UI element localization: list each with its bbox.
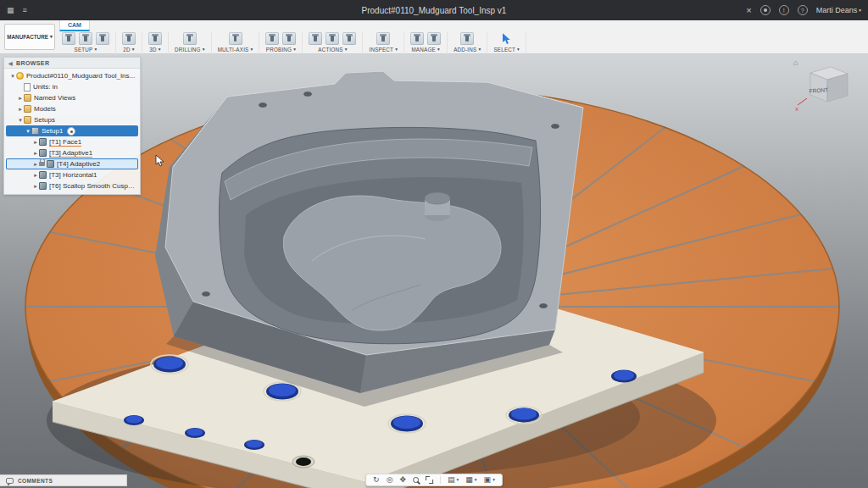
3d-milling-icon[interactable]: [148, 32, 162, 45]
browser-item-product-0110-mudguard-tool-ins[interactable]: ▾Product#0110_Mudguard Tool_Ins...: [6, 70, 138, 81]
simulate-icon[interactable]: [326, 32, 339, 45]
viewport[interactable]: ⌂ FRONT X ◀ BROWSER ▾Product#0110_Mudgua…: [0, 54, 868, 488]
disclosure-icon[interactable]: ▸: [17, 95, 24, 102]
toolbar-group-label[interactable]: MULTI-AXIS: [218, 47, 253, 53]
toolbar-group-label[interactable]: 3D: [148, 47, 162, 53]
browser-item-label[interactable]: [T3] Horizontal1: [49, 171, 97, 179]
browser-tree: ▾Product#0110_Mudguard Tool_Ins...Units:…: [4, 69, 140, 194]
select-icon[interactable]: [500, 32, 514, 45]
browser-item-setups[interactable]: ▾Setups: [6, 114, 138, 125]
home-icon[interactable]: ⌂: [793, 59, 798, 67]
browser-item-label[interactable]: [T4] Adaptive2: [57, 160, 100, 168]
look-at-icon[interactable]: ◎: [387, 476, 393, 484]
display-settings-icon[interactable]: ▤: [448, 476, 459, 484]
bolt-hole: [264, 382, 301, 401]
task-manager-icon[interactable]: [427, 32, 441, 45]
dropdown-caret-icon: [436, 47, 440, 53]
job-status-icon[interactable]: [760, 5, 771, 15]
browser-item-t3-adaptive1[interactable]: ▸[T3] Adaptive1: [6, 147, 138, 158]
toolbar-group-label[interactable]: SETUP: [62, 47, 109, 53]
fit-icon[interactable]: [426, 476, 433, 484]
add-ins-icon[interactable]: [460, 32, 474, 45]
bolt-hole: [151, 355, 188, 374]
titlebar: ▦ ≡ Product#0110_Mudguard Tool_Insp v1 ×…: [0, 0, 868, 20]
dropdown-caret-icon: [201, 47, 205, 53]
core-boss[interactable]: [425, 192, 450, 221]
browser-item-t4-adaptive2[interactable]: ▸[T4] Adaptive2: [6, 158, 138, 169]
browser-item-units-in[interactable]: Units: in: [6, 81, 138, 92]
disclosure-icon[interactable]: ▸: [17, 106, 24, 113]
toolbar-group-label[interactable]: DRILLING: [175, 47, 205, 53]
browser-header: ◀ BROWSER: [4, 58, 140, 69]
workspace-selector[interactable]: MANUFACTURE: [4, 24, 55, 50]
dropdown-caret-icon: [131, 47, 135, 53]
browser-item-label[interactable]: Setups: [34, 116, 55, 124]
part-alignment-icon[interactable]: [282, 32, 296, 45]
bolt-hole: [611, 370, 637, 383]
toolbar-group-label[interactable]: 2D: [122, 47, 136, 53]
zoom-icon[interactable]: [413, 477, 419, 483]
generate-icon[interactable]: [309, 32, 322, 45]
toolbar-group-2d: 2D: [116, 31, 142, 54]
browser-item-label[interactable]: Product#0110_Mudguard Tool_Ins...: [26, 72, 135, 80]
browser-item-label[interactable]: Named Views: [34, 94, 75, 102]
orbit-icon[interactable]: ↻: [373, 476, 380, 484]
new-folder-icon[interactable]: [96, 32, 109, 45]
browser-item-label[interactable]: [T3] Adaptive1: [49, 149, 92, 158]
disclosure-icon[interactable]: ▾: [9, 73, 16, 80]
visibility-eye-icon[interactable]: [67, 127, 75, 136]
toolbar-group-label[interactable]: MANAGE: [410, 47, 441, 53]
disclosure-icon[interactable]: ▸: [32, 139, 39, 146]
toolbar-group-label[interactable]: SELECT: [493, 47, 520, 53]
close-document-icon[interactable]: ×: [746, 6, 751, 15]
browser-item-t3-horizontal1[interactable]: ▸[T3] Horizontal1: [6, 169, 138, 180]
dropdown-caret-icon: [292, 47, 296, 53]
setup-sheet-icon[interactable]: [79, 32, 92, 45]
disclosure-icon[interactable]: ▸: [32, 150, 39, 157]
disclosure-icon[interactable]: ▸: [32, 161, 39, 168]
browser-item-named-views[interactable]: ▸Named Views: [6, 92, 138, 103]
help-icon[interactable]: ?: [798, 5, 808, 15]
user-menu[interactable]: Marti Deans: [816, 6, 861, 14]
browser-item-setup1[interactable]: ▾Setup1: [6, 125, 138, 136]
app-grid-icon[interactable]: ▦: [7, 7, 14, 14]
2d-milling-icon[interactable]: [122, 32, 136, 45]
probing-icon[interactable]: [265, 32, 279, 45]
tool-library-icon[interactable]: [410, 32, 424, 45]
collapse-browser-icon[interactable]: ◀: [8, 60, 13, 66]
tab-cam[interactable]: CAM: [59, 20, 90, 31]
browser-item-label[interactable]: Models: [34, 105, 56, 113]
bolt-hole: [506, 407, 542, 424]
toolbar-group-label[interactable]: ACTIONS: [309, 47, 356, 53]
post-process-icon[interactable]: [342, 32, 356, 45]
browser-item-label[interactable]: Setup1: [42, 127, 63, 135]
toolbar-group-label[interactable]: ADD-INS: [453, 47, 481, 53]
notification-icon[interactable]: !: [779, 5, 789, 15]
pan-icon[interactable]: ✥: [400, 476, 407, 484]
browser-item-models[interactable]: ▸Models: [6, 103, 138, 114]
viewports-icon[interactable]: ▣: [484, 476, 495, 484]
viewcube-cube[interactable]: FRONT X: [793, 59, 860, 114]
disclosure-icon[interactable]: ▸: [32, 183, 39, 190]
browser-item-label[interactable]: [T1] Face1: [49, 138, 81, 147]
toolbar-group-label[interactable]: PROBING: [265, 47, 296, 53]
disclosure-icon[interactable]: ▸: [32, 172, 39, 179]
browser-item-label[interactable]: [T6] Scallop Smooth Cusps Re...: [49, 182, 136, 190]
drilling-icon[interactable]: [183, 32, 197, 45]
measure-icon[interactable]: [376, 32, 390, 45]
mold-block[interactable]: [155, 71, 583, 393]
file-menu-icon[interactable]: ≡: [23, 7, 27, 14]
grid-icon[interactable]: ▦: [465, 476, 476, 484]
browser-item-t6-scallop-smooth-cusps-re[interactable]: ▸[T6] Scallop Smooth Cusps Re...: [6, 180, 138, 191]
new-setup-icon[interactable]: [62, 32, 75, 45]
viewcube[interactable]: ⌂ FRONT X: [793, 59, 860, 114]
multi-axis-icon[interactable]: [229, 32, 242, 45]
disclosure-icon[interactable]: ▾: [25, 128, 31, 135]
app-window: ▦ ≡ Product#0110_Mudguard Tool_Insp v1 ×…: [0, 0, 868, 488]
disclosure-icon[interactable]: ▾: [17, 117, 24, 124]
browser-item-t1-face1[interactable]: ▸[T1] Face1: [6, 136, 138, 147]
axis-x-label: X: [795, 107, 798, 112]
browser-item-label[interactable]: Units: in: [33, 83, 58, 91]
comments-bar[interactable]: COMMENTS: [0, 474, 127, 486]
toolbar-group-label[interactable]: INSPECT: [369, 47, 398, 53]
